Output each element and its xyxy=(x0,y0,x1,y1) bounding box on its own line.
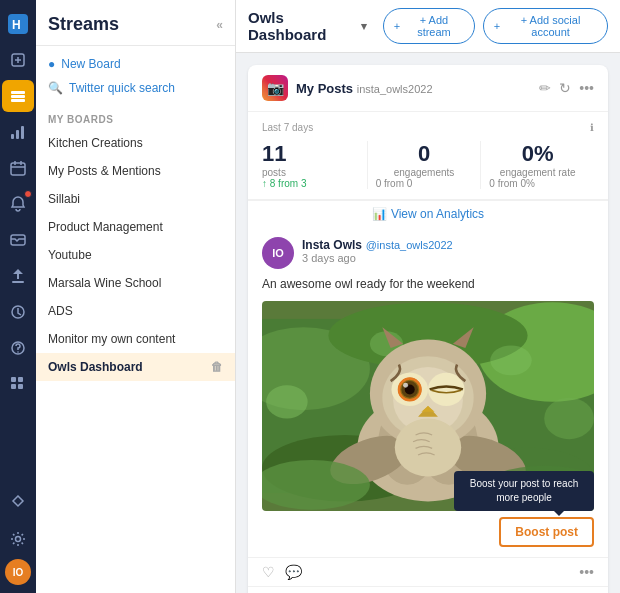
analytics-link[interactable]: 📊 View on Analytics xyxy=(248,200,608,227)
svg-point-44 xyxy=(403,383,408,388)
sidebar-board-marsala-wine-school[interactable]: Marsala Wine School xyxy=(36,269,235,297)
instagram-icon: 📷 xyxy=(262,75,288,101)
svg-point-19 xyxy=(16,537,21,542)
sidebar-board-kitchen-creations[interactable]: Kitchen Creations xyxy=(36,129,235,157)
sidebar-board-youtube[interactable]: Youtube xyxy=(36,241,235,269)
svg-point-49 xyxy=(395,418,461,476)
sidebar-board-my-posts-&-mentions[interactable]: My Posts & Mentions xyxy=(36,157,235,185)
svg-point-27 xyxy=(544,398,594,440)
icon-bar-publish[interactable] xyxy=(2,260,34,292)
sidebar: Streams « ● New Board 🔍 Twitter quick se… xyxy=(36,0,236,593)
stat-change: ↑ 8 from 3 xyxy=(262,178,359,189)
add-stream-button[interactable]: + + Add stream xyxy=(383,8,475,44)
analytics-chart-icon: 📊 xyxy=(372,207,387,221)
post-actions: ♡ 💬 ••• xyxy=(248,557,608,586)
icon-bar-apps[interactable] xyxy=(2,368,34,400)
add-stream-icon: + xyxy=(394,20,400,32)
comment-icon[interactable]: 💬 xyxy=(285,564,302,580)
sidebar-board-ads[interactable]: ADS xyxy=(36,297,235,325)
new-board-label: New Board xyxy=(61,57,120,71)
icon-bar: H IO xyxy=(0,0,36,593)
svg-rect-15 xyxy=(11,377,16,382)
notification-badge xyxy=(24,190,32,198)
svg-point-26 xyxy=(266,385,308,418)
info-icon[interactable]: ℹ xyxy=(590,122,594,133)
icon-bar-streams[interactable] xyxy=(2,80,34,112)
board-name: ADS xyxy=(48,304,73,318)
board-name: Sillabi xyxy=(48,192,80,206)
icon-bar-alerts[interactable] xyxy=(2,487,34,519)
add-social-button[interactable]: + + Add social account xyxy=(483,8,608,44)
card-header: 📷 My Posts insta_owls2022 ✏ ↻ ••• xyxy=(248,65,608,112)
delete-board-icon[interactable]: 🗑 xyxy=(211,360,223,374)
post-username: Insta Owls xyxy=(302,238,362,252)
icon-bar-notifications[interactable] xyxy=(2,188,34,220)
user-avatar[interactable]: IO xyxy=(5,559,31,585)
boost-area: Boost your post to reach more people Boo… xyxy=(262,517,594,547)
board-name: Youtube xyxy=(48,248,92,262)
svg-text:H: H xyxy=(12,18,21,32)
new-board-action[interactable]: ● New Board xyxy=(48,54,223,74)
card-handle: insta_owls2022 xyxy=(357,83,433,95)
period-label: Last 7 days xyxy=(262,122,313,133)
post-username-row: Insta Owls @insta_owls2022 xyxy=(302,237,594,252)
stat-change: 0 from 0 xyxy=(376,178,473,189)
add-social-label: + Add social account xyxy=(504,14,597,38)
svg-rect-7 xyxy=(16,130,19,139)
post-time: 3 days ago xyxy=(302,252,594,264)
svg-rect-6 xyxy=(11,134,14,139)
svg-rect-16 xyxy=(18,377,23,382)
board-name: Marsala Wine School xyxy=(48,276,161,290)
stat-item-engagement rate: 0%engagement rate0 from 0% xyxy=(481,141,594,189)
post-text: An awesome owl ready for the weekend xyxy=(262,275,594,293)
svg-point-14 xyxy=(17,351,19,353)
stat-value: 0 xyxy=(376,141,473,167)
stat-label: posts xyxy=(262,167,359,178)
content-area: 📷 My Posts insta_owls2022 ✏ ↻ ••• Last 7… xyxy=(236,53,620,593)
post-more-icon[interactable]: ••• xyxy=(579,564,594,580)
edit-icon[interactable]: ✏ xyxy=(539,80,551,96)
sidebar-header: Streams « xyxy=(36,0,235,46)
more-icon[interactable]: ••• xyxy=(579,80,594,96)
sidebar-board-owls-dashboard[interactable]: Owls Dashboard🗑 xyxy=(36,353,235,381)
analytics-label: View on Analytics xyxy=(391,207,484,221)
card-title-group: My Posts insta_owls2022 xyxy=(296,81,433,96)
post-user: IO Insta Owls @insta_owls2022 3 days ago xyxy=(262,237,594,269)
icon-bar-settings[interactable] xyxy=(2,523,34,555)
sidebar-collapse-btn[interactable]: « xyxy=(216,18,223,32)
icon-bar-analytics[interactable] xyxy=(2,116,34,148)
like-icon[interactable]: ♡ xyxy=(262,564,275,580)
icon-bar-compose[interactable] xyxy=(2,44,34,76)
sidebar-actions: ● New Board 🔍 Twitter quick search xyxy=(36,46,235,106)
icon-bar-help[interactable] xyxy=(2,332,34,364)
board-name: My Posts & Mentions xyxy=(48,164,161,178)
post-user-avatar: IO xyxy=(262,237,294,269)
sidebar-board-sillabi[interactable]: Sillabi xyxy=(36,185,235,213)
stats-row: 11posts↑ 8 from 30engagements0 from 00%e… xyxy=(262,141,594,189)
stat-label: engagement rate xyxy=(489,167,586,178)
boost-post-button[interactable]: Boost post xyxy=(499,517,594,547)
quick-search-action[interactable]: 🔍 Twitter quick search xyxy=(48,78,223,98)
icon-bar-logo: H xyxy=(2,8,34,40)
stats-bar: Last 7 days ℹ 11posts↑ 8 from 30engageme… xyxy=(248,112,608,200)
dashboard-title: Owls Dashboard ▾ xyxy=(248,9,367,43)
svg-rect-11 xyxy=(12,281,24,283)
sidebar-board-product-management[interactable]: Product Management xyxy=(36,213,235,241)
sidebar-title: Streams « xyxy=(48,14,223,35)
new-board-icon: ● xyxy=(48,57,55,71)
icon-bar-calendar[interactable] xyxy=(2,152,34,184)
svg-rect-8 xyxy=(21,126,24,139)
card-title: My Posts xyxy=(296,81,353,96)
dashboard-dropdown-arrow[interactable]: ▾ xyxy=(361,20,367,33)
icon-bar-inbox[interactable] xyxy=(2,224,34,256)
my-posts-card: 📷 My Posts insta_owls2022 ✏ ↻ ••• Last 7… xyxy=(248,65,608,593)
icon-bar-reports[interactable] xyxy=(2,296,34,328)
refresh-icon[interactable]: ↻ xyxy=(559,80,571,96)
post-handle: @insta_owls2022 xyxy=(366,239,453,251)
svg-point-29 xyxy=(490,345,532,375)
topbar: Owls Dashboard ▾ + + Add stream + + Add … xyxy=(236,0,620,53)
svg-rect-17 xyxy=(11,384,16,389)
dashboard-title-text: Owls Dashboard xyxy=(248,9,357,43)
sidebar-board-monitor-my-own-content[interactable]: Monitor my own content xyxy=(36,325,235,353)
board-name: Owls Dashboard xyxy=(48,360,143,374)
